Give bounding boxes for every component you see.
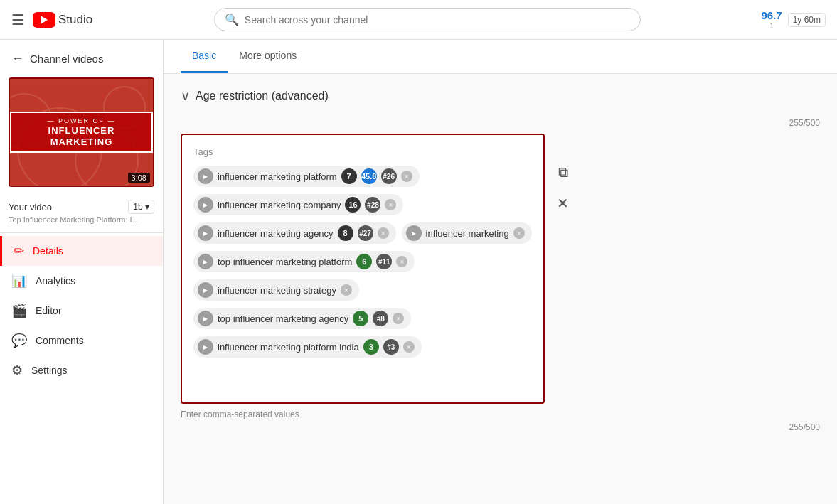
tags-outer: 255/500 Tags influencer marketing platfo… bbox=[181, 118, 820, 432]
footer-counter: 255/500 bbox=[181, 422, 820, 432]
badge-3: 3 bbox=[363, 339, 379, 355]
tag-chip-imp: influencer marketing platform 7 45.8 #26… bbox=[193, 166, 420, 187]
thumbnail-power-of: — POWER OF — bbox=[20, 117, 143, 124]
age-restriction-section: ∨ Age restriction (advanced) bbox=[181, 88, 820, 104]
content-area: ∨ Age restriction (advanced) 255/500 Tag… bbox=[164, 74, 837, 446]
sidebar-item-details[interactable]: ✏ Details bbox=[0, 236, 163, 266]
topbar: ☰ Studio 🔍 96.7 1 1y 60m bbox=[0, 0, 837, 40]
search-input[interactable] bbox=[245, 14, 630, 26]
editor-icon: 🎬 bbox=[11, 303, 27, 318]
tab-basic[interactable]: Basic bbox=[181, 40, 228, 73]
tab-more-options[interactable]: More options bbox=[228, 40, 308, 73]
comments-label: Comments bbox=[36, 335, 84, 346]
sidebar-item-comments[interactable]: 💬 Comments bbox=[0, 326, 163, 355]
yt-logo: Studio bbox=[33, 12, 92, 28]
sidebar-divider bbox=[0, 232, 163, 233]
channel-selector[interactable]: 1b ▾ bbox=[128, 200, 154, 214]
tag-row-7: influencer marketing platform india 3 #3… bbox=[193, 336, 532, 358]
tags-container[interactable]: Tags influencer marketing platform 7 45.… bbox=[181, 134, 545, 404]
tag-text: influencer marketing platform india bbox=[218, 342, 359, 353]
tag-play-icon-8 bbox=[198, 339, 213, 355]
badge-11: #11 bbox=[376, 254, 392, 269]
video-preview-container: — POWER OF — INFLUENCER MARKETING 3:08 bbox=[9, 77, 154, 187]
tag-chip-ima: influencer marketing agency 8 #27 × bbox=[193, 222, 396, 244]
tag-close-8[interactable]: × bbox=[403, 341, 415, 353]
footer-hint: Enter comma-separated values bbox=[181, 409, 820, 419]
search-icon: 🔍 bbox=[225, 13, 239, 26]
sidebar-header: ← Channel videos bbox=[0, 45, 163, 77]
tag-close-7[interactable]: × bbox=[393, 313, 404, 324]
tag-row-2: influencer marketing company 16 #28 × bbox=[193, 194, 532, 215]
tag-play-icon-4 bbox=[406, 225, 422, 241]
tag-text: influencer marketing strategy bbox=[218, 285, 336, 296]
tag-play-icon bbox=[198, 168, 213, 184]
sidebar-nav: ✏ Details 📊 Analytics 🎬 Editor 💬 Comment… bbox=[0, 236, 163, 385]
settings-label: Settings bbox=[31, 365, 68, 376]
tags-and-controls: Tags influencer marketing platform 7 45.… bbox=[181, 134, 820, 404]
copy-button[interactable]: ⧉ bbox=[550, 159, 576, 185]
time-badge: 1y 60m bbox=[788, 13, 826, 27]
details-label: Details bbox=[33, 245, 63, 257]
tag-chip-tima: top influencer marketing agency 5 #8 × bbox=[193, 308, 411, 329]
badge-45: 45.8 bbox=[361, 168, 377, 184]
thumbnail-text-box: — POWER OF — INFLUENCER MARKETING bbox=[10, 112, 153, 153]
badge-28: #28 bbox=[365, 197, 380, 213]
tag-text: influencer marketing platform bbox=[218, 171, 337, 182]
tag-text: influencer marketing company bbox=[218, 200, 341, 210]
score-value: 96.7 bbox=[761, 9, 782, 22]
age-restriction-label: Age restriction (advanced) bbox=[196, 90, 329, 102]
tag-close-3[interactable]: × bbox=[378, 227, 389, 239]
score-sub: 1 bbox=[769, 22, 774, 31]
video-duration: 3:08 bbox=[128, 173, 150, 183]
analytics-icon: 📊 bbox=[11, 273, 27, 289]
details-icon: ✏ bbox=[14, 243, 24, 259]
tag-play-icon-7 bbox=[198, 311, 213, 326]
sidebar-item-editor[interactable]: 🎬 Editor bbox=[0, 296, 163, 326]
badge-6: 6 bbox=[356, 254, 372, 269]
tag-row-4: top influencer marketing platform 6 #11 … bbox=[193, 251, 532, 272]
tag-chip-ims: influencer marketing strategy × bbox=[193, 279, 359, 301]
tag-close-1[interactable]: × bbox=[401, 171, 412, 182]
video-subtitle: Top Influencer Marketing Platform: I... bbox=[0, 215, 163, 230]
score-badge: 96.7 1 bbox=[761, 9, 782, 31]
search-bar[interactable]: 🔍 bbox=[214, 8, 641, 31]
badge-7: 7 bbox=[341, 168, 357, 184]
tag-text: influencer marketing agency bbox=[218, 228, 334, 239]
sidebar-item-settings[interactable]: ⚙ Settings bbox=[0, 355, 163, 385]
thumbnail-title: INFLUENCER MARKETING bbox=[48, 125, 115, 147]
channel-videos-label: Channel videos bbox=[30, 53, 103, 65]
analytics-label: Analytics bbox=[36, 275, 75, 286]
topbar-left: ☰ Studio bbox=[11, 11, 154, 28]
clear-button[interactable]: ✕ bbox=[550, 191, 576, 216]
main-layout: ← Channel videos — POWER OF — INFLUENCER… bbox=[0, 40, 837, 504]
hamburger-icon[interactable]: ☰ bbox=[11, 11, 24, 28]
badge-27: #27 bbox=[358, 225, 373, 241]
tag-close-5[interactable]: × bbox=[396, 256, 407, 267]
tag-close-4[interactable]: × bbox=[513, 227, 525, 239]
tabs-bar: Basic More options bbox=[164, 40, 837, 74]
tag-row-1: influencer marketing platform 7 45.8 #26… bbox=[193, 166, 532, 187]
your-video-label: Your video bbox=[9, 202, 52, 213]
tags-left: 255/500 Tags influencer marketing platfo… bbox=[181, 118, 820, 432]
main-content: Basic More options ∨ Age restriction (ad… bbox=[164, 40, 837, 504]
tag-chip-timp: top influencer marketing platform 6 #11 … bbox=[193, 251, 415, 272]
chevron-down-icon[interactable]: ∨ bbox=[181, 88, 190, 104]
counter-top: 255/500 bbox=[181, 118, 820, 128]
settings-icon: ⚙ bbox=[11, 363, 23, 378]
youtube-logo-icon bbox=[33, 12, 55, 28]
back-arrow-icon[interactable]: ← bbox=[11, 51, 24, 66]
tags-sidebar-controls: ⧉ ✕ bbox=[550, 134, 576, 404]
tag-row-6: top influencer marketing agency 5 #8 × bbox=[193, 308, 532, 329]
tag-chip-im: influencer marketing × bbox=[402, 222, 532, 244]
tag-chip-impi: influencer marketing platform india 3 #3… bbox=[193, 336, 422, 358]
tag-row-3: influencer marketing agency 8 #27 × infl… bbox=[193, 222, 532, 244]
sidebar-item-analytics[interactable]: 📊 Analytics bbox=[0, 266, 163, 296]
badge-26: #26 bbox=[381, 168, 397, 184]
topbar-right: 96.7 1 1y 60m bbox=[761, 9, 826, 31]
video-thumbnail: — POWER OF — INFLUENCER MARKETING 3:08 bbox=[10, 79, 153, 186]
comments-icon: 💬 bbox=[11, 333, 27, 348]
tag-close-6[interactable]: × bbox=[341, 284, 352, 296]
your-video-row: Your video 1b ▾ bbox=[0, 195, 163, 215]
tag-close-2[interactable]: × bbox=[385, 199, 396, 210]
badge-8h: #8 bbox=[373, 311, 388, 326]
